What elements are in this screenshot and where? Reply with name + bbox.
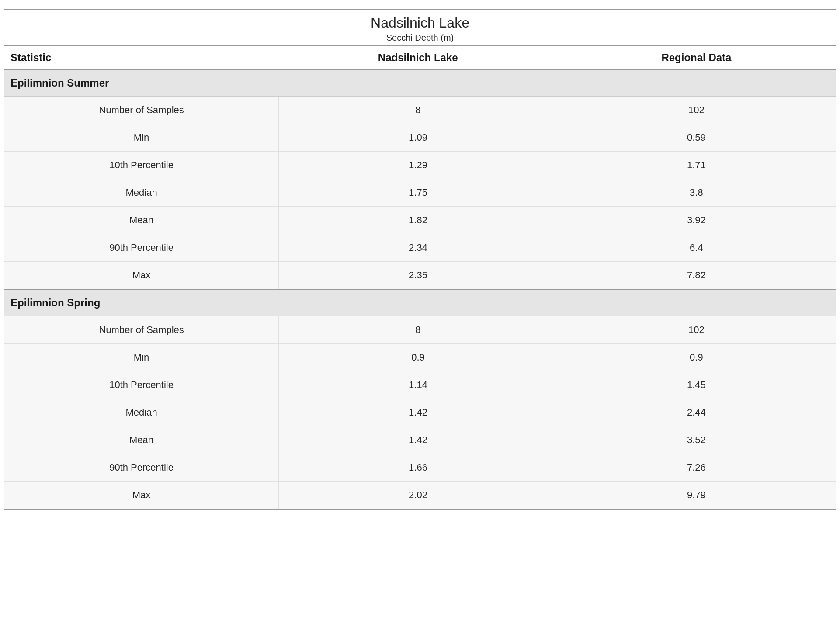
lake-value: 8: [279, 97, 557, 124]
section-header: Epilimnion Spring: [4, 289, 836, 316]
table-row: 10th Percentile1.291.71: [4, 152, 836, 179]
statistic-label: Median: [4, 399, 279, 426]
section-header: Epilimnion Summer: [4, 69, 836, 97]
statistic-label: Max: [4, 482, 279, 510]
regional-value: 7.82: [557, 262, 836, 290]
statistics-table: Statistic Nadsilnich Lake Regional Data …: [4, 45, 836, 510]
lake-value: 1.42: [279, 426, 557, 454]
table-row: Number of Samples8102: [4, 316, 836, 344]
table-title-section: Nadsilnich Lake Secchi Depth (m): [4, 10, 836, 45]
regional-value: 0.9: [557, 344, 836, 371]
regional-value: 7.26: [557, 454, 836, 482]
table-row: Mean1.823.92: [4, 207, 836, 234]
lake-value: 1.09: [279, 124, 557, 152]
lake-value: 1.29: [279, 152, 557, 179]
table-row: Max2.029.79: [4, 482, 836, 510]
statistic-label: Number of Samples: [4, 316, 279, 344]
statistics-table-container: Nadsilnich Lake Secchi Depth (m) Statist…: [4, 9, 836, 510]
statistic-label: Median: [4, 179, 279, 207]
regional-value: 102: [557, 316, 836, 344]
lake-value: 2.02: [279, 482, 557, 510]
lake-name: Nadsilnich Lake: [4, 15, 836, 31]
table-row: Mean1.423.52: [4, 426, 836, 454]
section-name: Epilimnion Spring: [4, 289, 836, 316]
table-row: 10th Percentile1.141.45: [4, 371, 836, 399]
lake-value: 1.14: [279, 371, 557, 399]
regional-value: 3.8: [557, 179, 836, 207]
regional-value: 3.92: [557, 207, 836, 234]
statistic-label: Mean: [4, 426, 279, 454]
regional-value: 2.44: [557, 399, 836, 426]
statistic-label: 90th Percentile: [4, 234, 279, 262]
table-row: Min0.90.9: [4, 344, 836, 371]
lake-value: 2.35: [279, 262, 557, 290]
statistic-label: Min: [4, 344, 279, 371]
table-row: Max2.357.82: [4, 262, 836, 290]
regional-value: 1.45: [557, 371, 836, 399]
regional-value: 3.52: [557, 426, 836, 454]
table-row: Median1.753.8: [4, 179, 836, 207]
table-row: Median1.422.44: [4, 399, 836, 426]
lake-value: 1.66: [279, 454, 557, 482]
lake-value: 1.42: [279, 399, 557, 426]
regional-value: 102: [557, 97, 836, 124]
statistic-label: Max: [4, 262, 279, 290]
statistic-label: Mean: [4, 207, 279, 234]
lake-value: 1.82: [279, 207, 557, 234]
statistic-label: Number of Samples: [4, 97, 279, 124]
regional-value: 6.4: [557, 234, 836, 262]
column-headers: Statistic Nadsilnich Lake Regional Data: [4, 46, 836, 69]
statistic-label: 10th Percentile: [4, 152, 279, 179]
table-row: 90th Percentile1.667.26: [4, 454, 836, 482]
lake-value: 2.34: [279, 234, 557, 262]
section-name: Epilimnion Summer: [4, 69, 836, 97]
lake-value: 8: [279, 316, 557, 344]
header-regional: Regional Data: [557, 46, 836, 69]
regional-value: 0.59: [557, 124, 836, 152]
measurement-subtitle: Secchi Depth (m): [4, 33, 836, 43]
lake-value: 0.9: [279, 344, 557, 371]
regional-value: 1.71: [557, 152, 836, 179]
table-row: Min1.090.59: [4, 124, 836, 152]
table-row: Number of Samples8102: [4, 97, 836, 124]
statistic-label: Min: [4, 124, 279, 152]
header-statistic: Statistic: [4, 46, 279, 69]
statistic-label: 10th Percentile: [4, 371, 279, 399]
table-row: 90th Percentile2.346.4: [4, 234, 836, 262]
statistic-label: 90th Percentile: [4, 454, 279, 482]
regional-value: 9.79: [557, 482, 836, 510]
lake-value: 1.75: [279, 179, 557, 207]
header-lake: Nadsilnich Lake: [279, 46, 557, 69]
